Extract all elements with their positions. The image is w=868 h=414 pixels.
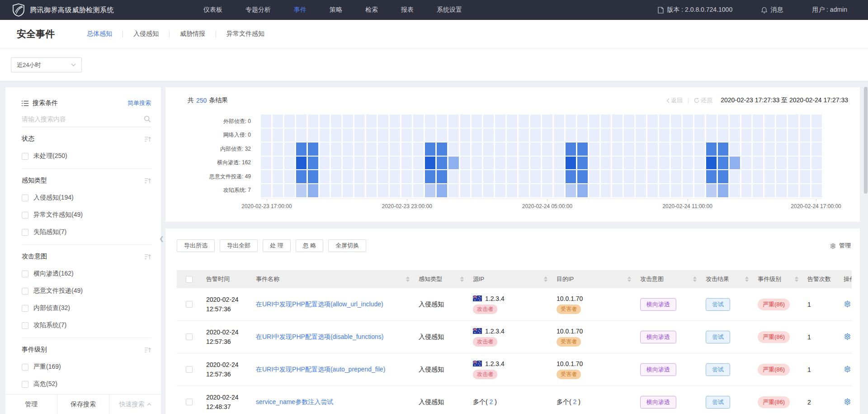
- checkbox[interactable]: [22, 364, 28, 371]
- sidebar-footer-管理[interactable]: 管理: [5, 395, 57, 414]
- sort-filter-icon[interactable]: [145, 178, 151, 184]
- heatmap-cell: [753, 157, 763, 170]
- checkbox[interactable]: [22, 322, 28, 329]
- attack-result-badge: 尝试: [706, 298, 730, 311]
- filter-option-入侵感知(194)[interactable]: 入侵感知(194): [22, 194, 151, 202]
- checkbox[interactable]: [22, 195, 28, 201]
- sort-icon[interactable]: [544, 276, 547, 282]
- row-settings-gear-icon[interactable]: [844, 333, 851, 340]
- sort-filter-icon[interactable]: [145, 136, 151, 142]
- column-header-攻击意图[interactable]: 攻击意图: [636, 270, 701, 288]
- sort-icon[interactable]: [627, 276, 631, 282]
- sort-icon[interactable]: [406, 276, 410, 282]
- search-input[interactable]: [22, 115, 144, 123]
- column-header-攻击结果[interactable]: 攻击结果: [701, 270, 753, 288]
- heatmap-grid[interactable]: [261, 114, 822, 197]
- heatmap-cell: [601, 157, 611, 170]
- heatmap-cell: [366, 170, 377, 183]
- column-header-目的IP[interactable]: 目的IP: [552, 270, 636, 288]
- row-checkbox[interactable]: [186, 366, 193, 373]
- row-settings-gear-icon[interactable]: [844, 365, 851, 373]
- checkbox[interactable]: [22, 271, 28, 277]
- search-icon[interactable]: [144, 115, 151, 123]
- nav-item-专题分析[interactable]: 专题分析: [245, 6, 271, 14]
- row-checkbox[interactable]: [186, 399, 193, 405]
- row-checkbox[interactable]: [186, 301, 193, 308]
- filter-option-恶意文件投递(49)[interactable]: 恶意文件投递(49): [22, 287, 151, 295]
- checkbox[interactable]: [22, 229, 28, 236]
- sort-icon[interactable]: [745, 276, 749, 282]
- tab-威胁情报[interactable]: 威胁情报: [170, 29, 216, 39]
- filter-option-失陷感知(7)[interactable]: 失陷感知(7): [22, 228, 151, 236]
- heatmap-y-labels: 外部侦查: 0网络入侵: 0内部侦查: 32横向渗透: 162恶意文件投递: 4…: [165, 114, 256, 197]
- sort-icon[interactable]: [693, 276, 697, 282]
- heatmap-cell: [612, 184, 623, 197]
- toolbar-button-导出所选[interactable]: 导出所选: [177, 239, 215, 252]
- time-range-select[interactable]: 近24小时: [11, 57, 82, 72]
- filter-option-内部侦查(32)[interactable]: 内部侦查(32): [22, 304, 151, 312]
- nav-item-事件[interactable]: 事件: [294, 6, 307, 14]
- tab-异常文件感知[interactable]: 异常文件感知: [216, 29, 275, 39]
- sidebar-collapse-handle[interactable]: ❮: [159, 235, 164, 242]
- toolbar-button-全屏切换[interactable]: 全屏切换: [328, 239, 366, 252]
- column-header-事件名称[interactable]: 事件名称: [251, 270, 414, 288]
- sort-icon[interactable]: [460, 276, 464, 282]
- australia-flag-icon: [473, 328, 482, 334]
- event-name-link[interactable]: 在URI中发现PHP配置选项(auto_prepend_file): [256, 366, 385, 373]
- heatmap-cell: [601, 184, 611, 197]
- manage-button[interactable]: 管理: [830, 242, 851, 250]
- heatmap-cell: [647, 114, 658, 128]
- simple-search-link[interactable]: 简单搜索: [127, 99, 151, 107]
- nav-item-仪表板[interactable]: 仪表板: [203, 6, 222, 14]
- user-item[interactable]: 用户 : admin: [812, 6, 847, 14]
- toolbar-button-导出全部[interactable]: 导出全部: [220, 239, 258, 252]
- heatmap-row-label: 网络入侵: 0: [165, 128, 256, 143]
- sort-filter-icon[interactable]: [145, 347, 151, 353]
- checkbox[interactable]: [22, 305, 28, 312]
- select-all-checkbox[interactable]: [186, 276, 193, 283]
- checkbox[interactable]: [22, 381, 28, 388]
- checkbox[interactable]: [22, 212, 28, 219]
- nav-item-检索[interactable]: 检索: [365, 6, 378, 14]
- heatmap-cell: [718, 184, 728, 197]
- filter-list-icon: [22, 100, 28, 106]
- event-name-link[interactable]: 在URI中发现PHP配置选项(allow_url_include): [256, 300, 383, 308]
- multi-ip-count[interactable]: 2: [488, 398, 495, 405]
- multi-ip-count[interactable]: 2: [571, 398, 579, 405]
- sidebar-footer-快速搜索[interactable]: 快速搜索: [109, 395, 161, 414]
- row-actions: [839, 333, 852, 342]
- toolbar-button-忽略[interactable]: 忽 略: [296, 239, 324, 252]
- event-name-link[interactable]: 在URI中发现PHP配置选项(disable_functions): [256, 333, 383, 340]
- column-header-事件级别[interactable]: 事件级别: [753, 270, 803, 288]
- row-checkbox[interactable]: [186, 333, 193, 340]
- page-scrollbar[interactable]: [864, 87, 868, 194]
- messages-item[interactable]: 消息: [761, 6, 783, 14]
- filter-option-未处理(250)[interactable]: 未处理(250): [22, 152, 151, 160]
- filter-option-横向渗透(162)[interactable]: 横向渗透(162): [22, 270, 151, 278]
- sort-filter-icon[interactable]: [145, 254, 151, 260]
- filter-option-高危(52)[interactable]: 高危(52): [22, 380, 151, 388]
- tab-总体感知[interactable]: 总体感知: [76, 29, 123, 39]
- filter-option-异常文件感知(49)[interactable]: 异常文件感知(49): [22, 211, 151, 219]
- nav-item-系统设置[interactable]: 系统设置: [437, 6, 462, 14]
- toolbar-button-处理[interactable]: 处 理: [263, 239, 291, 252]
- event-name-link[interactable]: service_name参数注入尝试: [256, 398, 333, 405]
- filter-option-攻陷系统(7)[interactable]: 攻陷系统(7): [22, 321, 151, 329]
- sidebar-footer-保存搜索[interactable]: 保存搜索: [57, 395, 109, 414]
- sort-icon[interactable]: [795, 276, 798, 282]
- nav-item-报表[interactable]: 报表: [401, 6, 414, 14]
- column-header-感知类型[interactable]: 感知类型: [414, 270, 468, 288]
- heatmap-cell: [425, 114, 435, 128]
- filter-option-严重(169)[interactable]: 严重(169): [22, 363, 151, 371]
- heatmap-cell: [764, 143, 775, 156]
- checkbox[interactable]: [22, 288, 28, 295]
- restore-button[interactable]: 还原: [694, 96, 712, 105]
- checkbox[interactable]: [22, 153, 28, 160]
- row-settings-gear-icon[interactable]: [844, 398, 851, 405]
- row-settings-gear-icon[interactable]: [844, 300, 851, 308]
- nav-item-策略[interactable]: 策略: [330, 6, 342, 14]
- tab-入侵感知[interactable]: 入侵感知: [123, 29, 169, 39]
- heatmap-cell: [753, 114, 763, 128]
- column-header-源IP[interactable]: 源IP: [468, 270, 552, 288]
- back-button[interactable]: 返回: [666, 96, 683, 105]
